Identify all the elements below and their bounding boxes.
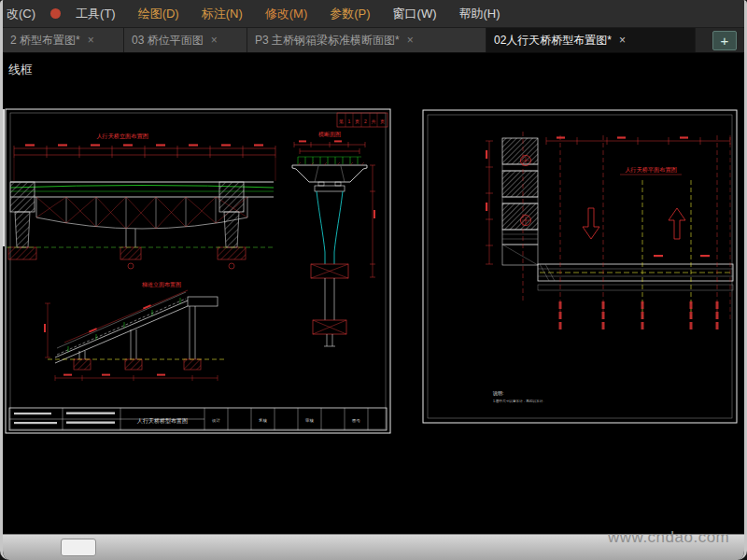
menu-window[interactable]: 窗口(W) [382, 0, 448, 27]
elevation-dimension-lines [14, 146, 275, 181]
dimension-text-marks [44, 304, 165, 375]
railing-posts [298, 157, 361, 164]
svg-text:页: 页 [380, 119, 385, 124]
tab-bridge-site-plan[interactable]: 03 桥位平面图 × [124, 28, 247, 52]
menu-dimension[interactable]: 标注(N) [190, 0, 254, 27]
section-dimension-lines [294, 142, 375, 277]
centerlines [523, 132, 730, 324]
title-block-label: 复核 [259, 418, 267, 423]
sheet-border [423, 110, 737, 423]
taskbar-button[interactable] [61, 539, 96, 556]
notes-block: 说明: 1.图中尺寸以毫米计，高程以米计。 [492, 390, 546, 403]
pier-symbol [521, 216, 531, 226]
viewport-style-label[interactable]: 线框 [8, 62, 33, 78]
stair-columns [74, 306, 201, 370]
svg-text:1: 1 [348, 119, 351, 124]
document-tab-bar: 2 桥型布置图* × 03 桥位平面图 × P3 主桥钢箱梁标准横断面图* × … [3, 28, 744, 53]
menu-draw[interactable]: 绘图(D) [127, 0, 190, 27]
menu-tools[interactable]: 工具(T) [64, 0, 127, 27]
title-block-small-text-marks [14, 413, 115, 425]
menu-bar: 改(C) 工具(T) 绘图(D) 标注(N) 修改(M) 参数(P) 窗口(W)… [3, 0, 744, 28]
tab-close-icon[interactable]: × [88, 34, 94, 47]
svg-text:2: 2 [364, 119, 367, 124]
tabbar-spacer [696, 28, 712, 52]
title-block-label: 设计 [212, 418, 220, 423]
tab-label: P3 主桥钢箱梁标准横断面图* [255, 33, 400, 49]
elevation-view: 人行天桥立面布置图 [7, 133, 275, 269]
elevation-title: 人行天桥立面布置图 [96, 133, 148, 140]
svg-text:第: 第 [339, 119, 344, 124]
stair-plan-strip [502, 138, 538, 265]
tab-bridge-layout[interactable]: 2 桥型布置图* × [3, 28, 124, 52]
drawing-title: 人行天桥桥型布置图 [136, 417, 188, 425]
page-number-table: 第 1 页 共 2 页 [337, 113, 388, 127]
sheet-plan-drawing: 人行天桥平面布置图 [420, 107, 740, 429]
new-tab-button[interactable]: + [712, 31, 737, 50]
app-icon [50, 8, 61, 19]
stair-elevation-view: 梯道立面布置图 [44, 281, 225, 381]
svg-text:页: 页 [355, 119, 359, 124]
pier-symbol [521, 156, 531, 166]
svg-text:共: 共 [372, 119, 376, 124]
title-block: 人行天桥桥型布置图 设计 复核 审核 图号 [9, 408, 387, 430]
menu-modify[interactable]: 修改(M) [254, 0, 319, 27]
menu-modify-c[interactable]: 改(C) [3, 0, 47, 27]
note-line: 1.图中尺寸以毫米计，高程以米计。 [493, 399, 546, 403]
arrow-up-icon [669, 208, 685, 239]
tab-label: 02人行天桥桥型布置图* [494, 33, 612, 49]
tab-label: 2 桥型布置图* [10, 33, 80, 49]
girder-panels [36, 197, 247, 229]
walkway-plan [538, 264, 733, 290]
abutments-and-piers [8, 182, 246, 269]
title-block-label: 审核 [305, 418, 314, 423]
box-girder-section [292, 162, 367, 191]
notes-label: 说明: [492, 390, 503, 397]
sheet-elevation-drawing: 第 1 页 共 2 页 人行天桥立面布置图 [3, 107, 393, 436]
menu-help[interactable]: 帮助(H) [448, 0, 512, 27]
dimension-text-marks [25, 144, 263, 146]
tab-close-icon[interactable]: × [619, 34, 626, 47]
vertical-label-marks [559, 301, 719, 329]
tab-close-icon[interactable]: × [211, 34, 218, 47]
cad-application-window: 改(C) 工具(T) 绘图(D) 标注(N) 修改(M) 参数(P) 窗口(W)… [0, 0, 747, 560]
tapered-pier [311, 191, 348, 346]
stair-title: 梯道立面布置图 [141, 281, 181, 288]
plan-view: 人行天桥平面布置图 [486, 132, 733, 403]
sheet-border [6, 109, 390, 433]
plan-title: 人行天桥平面布置图 [625, 166, 677, 174]
drawing-canvas[interactable]: 线框 [3, 53, 744, 534]
title-block-label: 图号 [352, 418, 360, 423]
tab-label: 03 桥位平面图 [132, 33, 204, 49]
tab-close-icon[interactable]: × [407, 34, 414, 47]
menu-parametric[interactable]: 参数(P) [318, 0, 381, 27]
section-title: 横断面图 [318, 131, 341, 138]
stair-railing-posts [68, 298, 180, 352]
tab-footbridge-layout-active[interactable]: 02人行天桥桥型布置图* × [486, 28, 696, 52]
tab-steel-box-girder-section[interactable]: P3 主桥钢箱梁标准横断面图* × [247, 28, 486, 52]
cross-section-view: 横断面图 [292, 131, 375, 346]
arrow-down-icon [583, 208, 599, 239]
watermark-text: www.cndao.com [608, 528, 729, 547]
dimension-text-marks [299, 140, 375, 218]
